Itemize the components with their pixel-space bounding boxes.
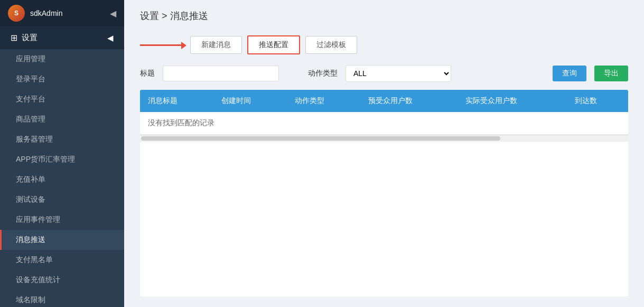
filter-row: 标题 动作类型 ALL 类型1 类型2 查询 导出 [140,65,628,82]
col-actual-users: 实际受众用户数 [458,90,567,112]
sidebar-item-currency-management[interactable]: APP货币汇率管理 [0,150,124,170]
col-action-type: 动作类型 [287,90,360,112]
sidebar-item-message-push[interactable]: 消息推送 [0,230,124,250]
sidebar-item-test-device[interactable]: 测试设备 [0,190,124,210]
sidebar-section-label: 设置 [22,33,38,43]
sidebar-item-product-management[interactable]: 商品管理 [0,109,124,129]
table-scrollbar-row [140,135,628,142]
tab-filter-template[interactable]: 过滤模板 [305,36,357,54]
action-type-select[interactable]: ALL 类型1 类型2 [346,65,451,82]
tabs-container: 新建消息 推送配置 过滤模板 [140,35,628,54]
avatar: S [8,5,25,22]
sidebar-collapse-icon[interactable]: ◀ [110,8,116,18]
sidebar-item-payment-blacklist[interactable]: 支付黑名单 [0,250,124,270]
table-body: 没有找到匹配的记录 [140,112,628,142]
sidebar-item-payment-platform[interactable]: 支付平台 [0,89,124,109]
sidebar-section-collapse-icon: ◀ [107,33,114,43]
col-create-time: 创建时间 [213,90,287,112]
sidebar: S sdkAdmin ◀ ⊞ 设置 ◀ 应用管理 登录平台 支付平台 商品管理 … [0,0,124,307]
action-type-label: 动作类型 [308,69,338,78]
sidebar-header: S sdkAdmin ◀ [0,0,124,26]
title-input[interactable] [163,66,279,81]
table-header-row: 消息标题 创建时间 动作类型 预受众用户数 实际受众用户数 到达数 [140,90,628,112]
sidebar-item-app-events[interactable]: 应用事件管理 [0,210,124,230]
no-data-cell: 没有找到匹配的记录 [140,112,628,135]
sidebar-item-recharge[interactable]: 充值补单 [0,170,124,190]
export-button[interactable]: 导出 [594,66,628,81]
data-table: 消息标题 创建时间 动作类型 预受众用户数 实际受众用户数 到达数 没有找到匹配… [140,90,628,142]
tab-push-config[interactable]: 推送配置 [247,35,300,54]
col-reach-count: 到达数 [567,90,628,112]
col-expected-users: 预受众用户数 [360,90,458,112]
query-button[interactable]: 查询 [553,66,586,81]
tab-new-message[interactable]: 新建消息 [190,36,242,54]
sidebar-section-header-settings[interactable]: ⊞ 设置 ◀ [0,26,124,49]
sidebar-item-app-management[interactable]: 应用管理 [0,49,124,69]
sidebar-item-login-platform[interactable]: 登录平台 [0,69,124,89]
col-message-title: 消息标题 [140,90,213,112]
main-content: 设置 > 消息推送 新建消息 推送配置 过滤模板 标题 动作类型 ALL 类型1… [124,0,644,307]
sidebar-username: sdkAdmin [30,9,62,17]
sidebar-item-domain-limit[interactable]: 域名限制 [0,290,124,307]
content-area: 新建消息 推送配置 过滤模板 标题 动作类型 ALL 类型1 类型2 查询 导出… [124,27,644,307]
scrollbar-thumb[interactable] [141,136,500,141]
sidebar-item-server-management[interactable]: 服务器管理 [0,129,124,150]
breadcrumb: 设置 > 消息推送 [124,0,644,27]
data-table-wrapper: 消息标题 创建时间 动作类型 预受众用户数 实际受众用户数 到达数 没有找到匹配… [140,90,628,296]
scrollbar-row[interactable] [140,135,628,141]
arrow-indicator [140,44,182,46]
settings-icon: ⊞ [11,33,17,43]
table-row-no-data: 没有找到匹配的记录 [140,112,628,135]
sidebar-item-device-stats[interactable]: 设备充值统计 [0,270,124,290]
title-label: 标题 [140,69,155,78]
sidebar-section-settings: ⊞ 设置 ◀ 应用管理 登录平台 支付平台 商品管理 服务器管理 APP货币汇率… [0,26,124,307]
arrow-line [140,44,182,46]
